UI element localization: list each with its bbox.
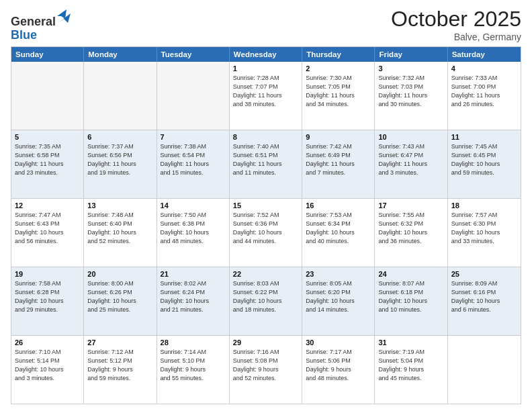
calendar-cell-r0-c4: 2Sunrise: 7:30 AM Sunset: 7:05 PM Daylig… — [302, 62, 375, 130]
month-title: October 2025 — [391, 7, 521, 32]
day-number: 26 — [15, 338, 80, 347]
day-info: Sunrise: 7:28 AM Sunset: 7:07 PM Dayligh… — [233, 74, 298, 109]
day-info: Sunrise: 7:58 AM Sunset: 6:28 PM Dayligh… — [15, 279, 80, 314]
day-number: 12 — [15, 201, 80, 210]
day-info: Sunrise: 7:42 AM Sunset: 6:49 PM Dayligh… — [306, 142, 371, 177]
day-info: Sunrise: 7:38 AM Sunset: 6:54 PM Dayligh… — [161, 142, 226, 177]
header-wednesday: Wednesday — [230, 47, 302, 62]
day-info: Sunrise: 8:00 AM Sunset: 6:26 PM Dayligh… — [87, 279, 152, 314]
calendar-cell-r1-c1: 6Sunrise: 7:37 AM Sunset: 6:56 PM Daylig… — [84, 130, 157, 198]
calendar-cell-r2-c4: 16Sunrise: 7:53 AM Sunset: 6:34 PM Dayli… — [302, 199, 375, 267]
day-number: 15 — [233, 201, 298, 210]
day-info: Sunrise: 7:37 AM Sunset: 6:56 PM Dayligh… — [87, 142, 152, 177]
day-info: Sunrise: 8:03 AM Sunset: 6:22 PM Dayligh… — [233, 279, 298, 314]
location: Balve, Germany — [391, 32, 521, 42]
day-number: 16 — [306, 201, 371, 210]
header-friday: Friday — [375, 47, 447, 62]
calendar-cell-r4-c6 — [448, 336, 521, 404]
day-info: Sunrise: 7:10 AM Sunset: 5:14 PM Dayligh… — [15, 348, 80, 383]
calendar-row-1: 5Sunrise: 7:35 AM Sunset: 6:58 PM Daylig… — [11, 130, 521, 198]
day-number: 7 — [161, 133, 226, 141]
calendar-cell-r4-c0: 26Sunrise: 7:10 AM Sunset: 5:14 PM Dayli… — [11, 336, 84, 404]
page: General Blue October 2025 Balve, Germany… — [0, 0, 532, 411]
day-number: 21 — [161, 270, 226, 278]
calendar-cell-r4-c5: 31Sunrise: 7:19 AM Sunset: 5:04 PM Dayli… — [375, 336, 447, 404]
day-number: 23 — [306, 270, 371, 278]
calendar: Sunday Monday Tuesday Wednesday Thursday… — [11, 46, 521, 404]
day-number: 24 — [378, 270, 443, 278]
calendar-cell-r4-c2: 28Sunrise: 7:14 AM Sunset: 5:10 PM Dayli… — [157, 336, 230, 404]
calendar-cell-r3-c2: 21Sunrise: 8:02 AM Sunset: 6:24 PM Dayli… — [157, 267, 230, 335]
calendar-cell-r4-c3: 29Sunrise: 7:16 AM Sunset: 5:08 PM Dayli… — [230, 336, 302, 404]
calendar-cell-r0-c3: 1Sunrise: 7:28 AM Sunset: 7:07 PM Daylig… — [230, 62, 302, 130]
calendar-body: 1Sunrise: 7:28 AM Sunset: 7:07 PM Daylig… — [11, 62, 521, 404]
day-number: 6 — [87, 133, 152, 141]
calendar-cell-r0-c0 — [11, 62, 84, 130]
day-info: Sunrise: 7:12 AM Sunset: 5:12 PM Dayligh… — [87, 348, 152, 383]
day-info: Sunrise: 7:16 AM Sunset: 5:08 PM Dayligh… — [233, 348, 298, 383]
calendar-cell-r3-c5: 24Sunrise: 8:07 AM Sunset: 6:18 PM Dayli… — [375, 267, 447, 335]
day-number: 28 — [161, 338, 226, 347]
calendar-cell-r1-c2: 7Sunrise: 7:38 AM Sunset: 6:54 PM Daylig… — [157, 130, 230, 198]
calendar-cell-r2-c6: 18Sunrise: 7:57 AM Sunset: 6:30 PM Dayli… — [448, 199, 521, 267]
calendar-cell-r2-c5: 17Sunrise: 7:55 AM Sunset: 6:32 PM Dayli… — [375, 199, 447, 267]
day-info: Sunrise: 7:40 AM Sunset: 6:51 PM Dayligh… — [233, 142, 298, 177]
logo-text: General — [11, 9, 71, 29]
logo: General Blue — [11, 9, 71, 42]
day-number: 9 — [306, 133, 371, 141]
day-info: Sunrise: 7:33 AM Sunset: 7:00 PM Dayligh… — [451, 74, 517, 109]
calendar-cell-r1-c4: 9Sunrise: 7:42 AM Sunset: 6:49 PM Daylig… — [302, 130, 375, 198]
day-info: Sunrise: 7:52 AM Sunset: 6:36 PM Dayligh… — [233, 211, 298, 246]
logo-blue-text: Blue — [11, 29, 71, 42]
header-monday: Monday — [84, 47, 157, 62]
day-info: Sunrise: 8:09 AM Sunset: 6:16 PM Dayligh… — [451, 279, 517, 314]
day-info: Sunrise: 7:48 AM Sunset: 6:40 PM Dayligh… — [87, 211, 152, 246]
calendar-cell-r1-c5: 10Sunrise: 7:43 AM Sunset: 6:47 PM Dayli… — [375, 130, 447, 198]
calendar-cell-r2-c0: 12Sunrise: 7:47 AM Sunset: 6:43 PM Dayli… — [11, 199, 84, 267]
calendar-cell-r1-c3: 8Sunrise: 7:40 AM Sunset: 6:51 PM Daylig… — [230, 130, 302, 198]
day-info: Sunrise: 7:19 AM Sunset: 5:04 PM Dayligh… — [378, 348, 443, 383]
calendar-cell-r0-c5: 3Sunrise: 7:32 AM Sunset: 7:03 PM Daylig… — [375, 62, 447, 130]
day-number: 25 — [451, 270, 517, 278]
day-number: 10 — [378, 133, 443, 141]
calendar-cell-r3-c4: 23Sunrise: 8:05 AM Sunset: 6:20 PM Dayli… — [302, 267, 375, 335]
day-number: 11 — [451, 133, 517, 141]
day-info: Sunrise: 7:17 AM Sunset: 5:06 PM Dayligh… — [306, 348, 371, 383]
header: General Blue October 2025 Balve, Germany — [11, 7, 521, 42]
logo-general: General — [11, 15, 56, 28]
day-number: 4 — [451, 64, 517, 73]
calendar-cell-r2-c1: 13Sunrise: 7:48 AM Sunset: 6:40 PM Dayli… — [84, 199, 157, 267]
day-info: Sunrise: 7:14 AM Sunset: 5:10 PM Dayligh… — [161, 348, 226, 383]
day-number: 31 — [378, 338, 443, 347]
day-info: Sunrise: 7:47 AM Sunset: 6:43 PM Dayligh… — [15, 211, 80, 246]
calendar-cell-r1-c6: 11Sunrise: 7:45 AM Sunset: 6:45 PM Dayli… — [448, 130, 521, 198]
calendar-cell-r4-c4: 30Sunrise: 7:17 AM Sunset: 5:06 PM Dayli… — [302, 336, 375, 404]
calendar-cell-r0-c6: 4Sunrise: 7:33 AM Sunset: 7:00 PM Daylig… — [448, 62, 521, 130]
calendar-row-4: 26Sunrise: 7:10 AM Sunset: 5:14 PM Dayli… — [11, 335, 521, 404]
day-number: 27 — [87, 338, 152, 347]
header-sunday: Sunday — [11, 47, 84, 62]
header-thursday: Thursday — [302, 47, 375, 62]
day-number: 20 — [87, 270, 152, 278]
header-saturday: Saturday — [448, 47, 521, 62]
day-number: 30 — [306, 338, 371, 347]
day-info: Sunrise: 7:43 AM Sunset: 6:47 PM Dayligh… — [378, 142, 443, 177]
day-number: 22 — [233, 270, 298, 278]
svg-marker-1 — [57, 9, 66, 19]
day-info: Sunrise: 7:55 AM Sunset: 6:32 PM Dayligh… — [378, 211, 443, 246]
calendar-cell-r2-c3: 15Sunrise: 7:52 AM Sunset: 6:36 PM Dayli… — [230, 199, 302, 267]
day-info: Sunrise: 7:50 AM Sunset: 6:38 PM Dayligh… — [161, 211, 226, 246]
day-info: Sunrise: 7:30 AM Sunset: 7:05 PM Dayligh… — [306, 74, 371, 109]
day-info: Sunrise: 7:57 AM Sunset: 6:30 PM Dayligh… — [451, 211, 517, 246]
calendar-cell-r1-c0: 5Sunrise: 7:35 AM Sunset: 6:58 PM Daylig… — [11, 130, 84, 198]
header-tuesday: Tuesday — [157, 47, 230, 62]
day-number: 1 — [233, 64, 298, 73]
day-info: Sunrise: 7:32 AM Sunset: 7:03 PM Dayligh… — [378, 74, 443, 109]
day-info: Sunrise: 7:35 AM Sunset: 6:58 PM Dayligh… — [15, 142, 80, 177]
calendar-row-2: 12Sunrise: 7:47 AM Sunset: 6:43 PM Dayli… — [11, 198, 521, 267]
calendar-cell-r2-c2: 14Sunrise: 7:50 AM Sunset: 6:38 PM Dayli… — [157, 199, 230, 267]
calendar-row-0: 1Sunrise: 7:28 AM Sunset: 7:07 PM Daylig… — [11, 62, 521, 130]
calendar-cell-r4-c1: 27Sunrise: 7:12 AM Sunset: 5:12 PM Dayli… — [84, 336, 157, 404]
calendar-row-3: 19Sunrise: 7:58 AM Sunset: 6:28 PM Dayli… — [11, 267, 521, 335]
day-info: Sunrise: 8:05 AM Sunset: 6:20 PM Dayligh… — [306, 279, 371, 314]
